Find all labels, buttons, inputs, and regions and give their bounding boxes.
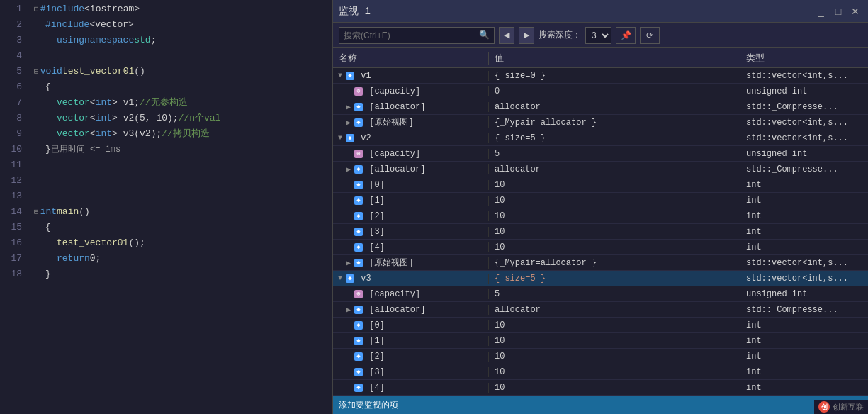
watch-title-bar: 监视 1 _ □ ✕	[333, 0, 868, 23]
row-type: std::_Compresse...	[740, 305, 868, 315]
var-icon: ◆	[354, 228, 363, 236]
next-button[interactable]: ▶	[519, 27, 534, 44]
table-row[interactable]: ▶ ◆ [allocator] allocator std::_Compress…	[333, 162, 868, 177]
row-type: std::vector<int,s...	[740, 133, 868, 143]
code-line: ⊟#include<iostream>	[34, 1, 326, 17]
code-line: return 0;	[34, 251, 326, 267]
restore-button[interactable]: □	[831, 4, 845, 18]
row-value: 5	[489, 289, 740, 299]
row-name: ◆ [1]	[333, 196, 489, 206]
expand-icon	[344, 321, 353, 329]
table-row[interactable]: ⊕ [capacity] 5 unsigned int	[333, 146, 868, 162]
table-row[interactable]: ◆ [1] 10 int	[333, 193, 868, 208]
row-type: std::vector<int,s...	[740, 118, 868, 128]
prev-button[interactable]: ◀	[499, 27, 514, 44]
code-line	[34, 173, 326, 189]
code-line	[34, 48, 326, 64]
expand-icon[interactable]: ▼	[336, 134, 344, 142]
row-name: ◆ [3]	[333, 367, 489, 377]
table-row[interactable]: ◆ [4] 10 int	[333, 380, 868, 396]
row-type: std::_Compresse...	[740, 164, 868, 174]
row-name: ◆ [1]	[333, 336, 489, 346]
pin-button[interactable]: 📌	[616, 27, 636, 44]
row-value: 5	[489, 149, 740, 159]
table-row[interactable]: ◆ [2] 10 int	[333, 208, 868, 224]
row-value: 0	[489, 86, 740, 96]
expand-icon	[344, 87, 353, 95]
row-value: allocator	[489, 305, 740, 315]
main-layout: 12345 678910 1112131415 161718 ⊟#include…	[0, 0, 868, 414]
minimize-button[interactable]: _	[814, 4, 828, 18]
refresh-button[interactable]: ⟳	[640, 27, 660, 44]
expand-icon	[344, 290, 353, 298]
table-row[interactable]: ▶ ◆ [allocator] allocator std::_Compress…	[333, 302, 868, 318]
search-input[interactable]	[344, 30, 479, 40]
row-type: std::vector<int,s...	[740, 71, 868, 81]
row-name: ▶ ◆ [allocator]	[333, 305, 489, 315]
code-line	[34, 157, 326, 173]
table-row[interactable]: ▼ ◆ v3 { size=5 } std::vector<int,s...	[333, 271, 868, 286]
expand-icon[interactable]: ▶	[344, 259, 353, 267]
row-type: int	[740, 180, 868, 190]
var-icon: ◆	[354, 337, 363, 345]
var-icon: ◆	[354, 103, 363, 111]
row-type: std::vector<int,s...	[740, 274, 868, 284]
expand-icon	[344, 212, 353, 220]
row-type: int	[740, 227, 868, 237]
table-row[interactable]: ◆ [2] 10 int	[333, 349, 868, 364]
expand-icon	[344, 181, 353, 189]
var-icon: ◆	[346, 72, 354, 80]
var-icon: ◆	[354, 306, 363, 314]
row-name: ◆ [2]	[333, 352, 489, 362]
table-row[interactable]: ◆ [1] 10 int	[333, 333, 868, 349]
search-icon: 🔍	[479, 30, 490, 40]
row-name: ▼ ◆ v1	[333, 71, 489, 81]
add-watch-row[interactable]: 添加要监视的项	[333, 396, 868, 414]
var-icon: ◆	[346, 274, 354, 283]
expand-icon[interactable]: ▶	[344, 118, 353, 127]
depth-select[interactable]: 31245	[585, 27, 611, 44]
table-row[interactable]: ▼ ◆ v1 { size=0 } std::vector<int,s...	[333, 68, 868, 84]
code-line: using namespace std;	[34, 33, 326, 48]
table-row[interactable]: ◆ [3] 10 int	[333, 224, 868, 240]
code-line: }	[34, 267, 326, 282]
row-value: { size=5 }	[489, 133, 740, 143]
table-row[interactable]: ⊕ [capacity] 5 unsigned int	[333, 286, 868, 302]
watch-title-controls: _ □ ✕	[814, 4, 862, 18]
search-bar: 🔍 ◀ ▶ 搜索深度： 31245 📌 ⟳	[333, 23, 868, 48]
expand-icon	[344, 337, 353, 345]
code-editor[interactable]: ⊟#include<iostream> #include<vector> usi…	[28, 0, 332, 414]
expand-icon[interactable]: ▼	[336, 72, 344, 79]
expand-icon[interactable]: ▶	[344, 165, 353, 174]
row-value: 10	[489, 367, 740, 377]
watermark-logo: 创	[818, 401, 830, 413]
row-value: 10	[489, 211, 740, 221]
close-button[interactable]: ✕	[848, 4, 862, 18]
row-type: std::vector<int,s...	[740, 258, 868, 268]
expand-icon[interactable]: ▼	[336, 274, 344, 282]
table-row[interactable]: ▼ ◆ v2 { size=5 } std::vector<int,s...	[333, 130, 868, 146]
expand-icon	[344, 228, 353, 235]
table-row[interactable]: ◆ [3] 10 int	[333, 364, 868, 380]
column-name-header: 名称	[333, 52, 489, 65]
watermark-text: 创新互联	[833, 402, 864, 413]
row-name: ⊕ [capacity]	[333, 149, 489, 159]
row-name: ⊕ [capacity]	[333, 289, 489, 299]
code-line: ⊟int main()	[34, 204, 326, 220]
table-row[interactable]: ▶ ◆ [原始视图] {_Mypair=allocator } std::vec…	[333, 255, 868, 271]
table-row[interactable]: ▶ ◆ [原始视图] {_Mypair=allocator } std::vec…	[333, 115, 868, 130]
row-type: int	[740, 336, 868, 346]
table-row[interactable]: ◆ [4] 10 int	[333, 240, 868, 255]
column-value-header: 值	[489, 52, 740, 65]
row-name: ▼ ◆ v2	[333, 133, 489, 143]
expand-icon[interactable]: ▶	[344, 103, 353, 111]
table-row[interactable]: ◆ [0] 10 int	[333, 177, 868, 193]
var-icon: ◆	[354, 118, 363, 127]
table-row[interactable]: ◆ [0] 10 int	[333, 318, 868, 333]
expand-icon[interactable]: ▶	[344, 306, 353, 314]
table-row[interactable]: ⊕ [capacity] 0 unsigned int	[333, 84, 868, 99]
var-icon: ⊕	[354, 150, 363, 158]
row-type: int	[740, 211, 868, 221]
row-type: int	[740, 352, 868, 362]
table-row[interactable]: ▶ ◆ [allocator] allocator std::_Compress…	[333, 99, 868, 115]
